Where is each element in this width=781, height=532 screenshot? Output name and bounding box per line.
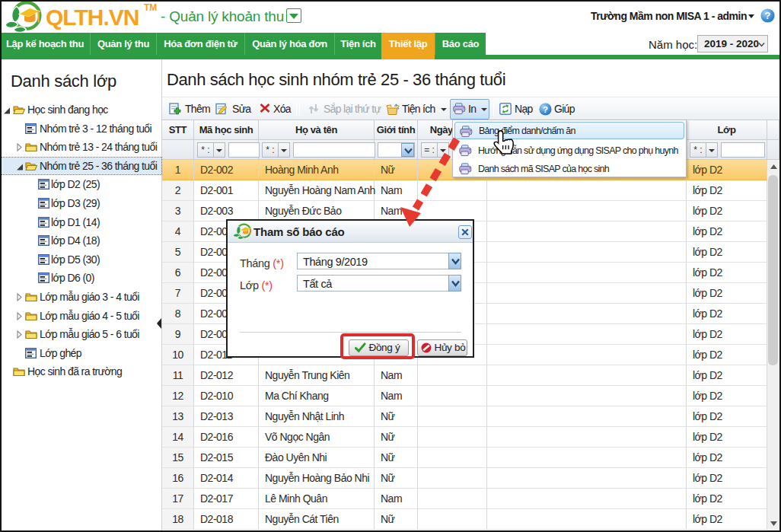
svg-text:?: ? (765, 10, 771, 21)
svg-text:?: ? (543, 105, 548, 114)
